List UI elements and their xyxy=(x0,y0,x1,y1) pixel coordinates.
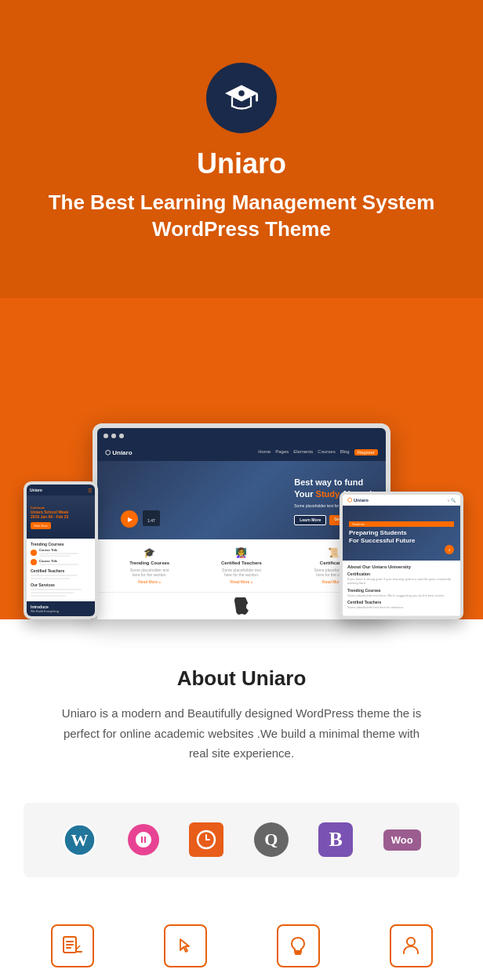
play-button[interactable]: ▶ xyxy=(121,510,138,528)
about-title: About Uniaro xyxy=(31,666,452,691)
desktop-nav-links: Home Pages Elements Courses Blog Registe… xyxy=(258,449,378,456)
mobile-section-3: Our Services xyxy=(31,583,91,587)
feature-professional-support: ProfessionalSupport xyxy=(360,924,462,981)
about-section: About Uniaro Uniaro is a modern and Beau… xyxy=(0,619,483,787)
mobile-brand: Uniaro xyxy=(30,488,42,492)
mobile-footer-tagline: We Build Everything xyxy=(31,609,91,613)
svg-point-13 xyxy=(407,938,415,946)
bootstrap-letter: B xyxy=(329,828,343,851)
logo-quform: Q xyxy=(254,822,289,857)
svg-text:W: W xyxy=(71,830,89,850)
logo-slider-revolution xyxy=(189,822,223,857)
feature-powerful-icon-wrap xyxy=(277,924,320,967)
quform-letter: Q xyxy=(264,829,278,850)
mobile-section-2: Certified Teachers xyxy=(31,568,91,573)
about-text: Uniaro is a modern and Beautifully desig… xyxy=(53,703,430,764)
apple-logo-icon xyxy=(234,597,249,615)
mobile-preview: Uniaro ☰ Celebrate Uniaro School Week 20… xyxy=(24,481,98,619)
desktop-brand: ⬡ Uniaro xyxy=(105,449,133,456)
logo-wordpress: W xyxy=(62,822,97,858)
tablet-preview: ⬡ Uniaro ≡ 🔍 Students Preparing Students… xyxy=(340,492,463,619)
graduation-cap-icon xyxy=(223,79,260,117)
mobile-courses-list: Course Title Course Title xyxy=(31,548,91,565)
feature-one-click-icon-wrap xyxy=(164,924,207,967)
mobile-start-btn[interactable]: Start Now xyxy=(31,522,51,529)
cursor-click-icon xyxy=(174,935,196,956)
tablet-hero-image: Students Preparing StudentsFor Successfu… xyxy=(343,506,460,561)
logos-section: W Q B Woo xyxy=(24,803,459,877)
logo-bootstrap: B xyxy=(318,822,353,857)
tablet-nav-icons: ≡ 🔍 xyxy=(448,498,456,503)
desktop-nav: ⬡ Uniaro Home Pages Elements Courses Blo… xyxy=(97,444,386,461)
mobile-section-1: Trending Courses xyxy=(31,542,91,546)
desktop-learn-btn[interactable]: Learn More xyxy=(294,515,326,525)
logo-buddypress xyxy=(128,824,159,855)
svg-point-0 xyxy=(238,90,245,96)
edit-icon xyxy=(61,935,83,956)
svg-rect-1 xyxy=(256,93,258,102)
buddypress-icon xyxy=(134,830,153,849)
hero-logo xyxy=(206,63,277,133)
feature-support-icon-wrap xyxy=(390,924,433,967)
logo-woocommerce: Woo xyxy=(383,829,421,851)
feature-one-click-install: One Clickdemo install xyxy=(134,924,236,981)
wordpress-icon: W xyxy=(62,822,97,858)
features-section: ModernDesign One Clickdemo install Power… xyxy=(0,893,483,981)
feature-powerful-framework: PowerfulFramework xyxy=(247,924,349,981)
screenshots-section: Uniaro ☰ Celebrate Uniaro School Week 20… xyxy=(0,298,483,619)
video-timer: 1:47 xyxy=(143,510,160,526)
lightbulb-icon xyxy=(287,935,309,956)
hero-subtitle: The Best Learning Management System Word… xyxy=(45,190,438,243)
feature-modern-design: ModernDesign xyxy=(21,924,123,981)
tablet-brand: Uniaro xyxy=(354,498,369,503)
slider-revolution-icon xyxy=(196,829,216,850)
woo-text: Woo xyxy=(391,834,413,846)
feature-modern-design-icon-wrap xyxy=(51,924,94,967)
tablet-about-section: About Our Uniaro University Certificatio… xyxy=(343,561,460,616)
person-support-icon xyxy=(400,935,422,956)
mobile-headline: Uniaro School Week 2019 Jan 09 - Feb 23 xyxy=(31,510,68,520)
hero-section: Uniaro The Best Learning Management Syst… xyxy=(0,0,483,298)
tablet-hero-arrow[interactable]: › xyxy=(445,545,454,554)
mobile-menu-icon: ☰ xyxy=(88,488,92,493)
hero-title: Uniaro xyxy=(197,147,286,180)
